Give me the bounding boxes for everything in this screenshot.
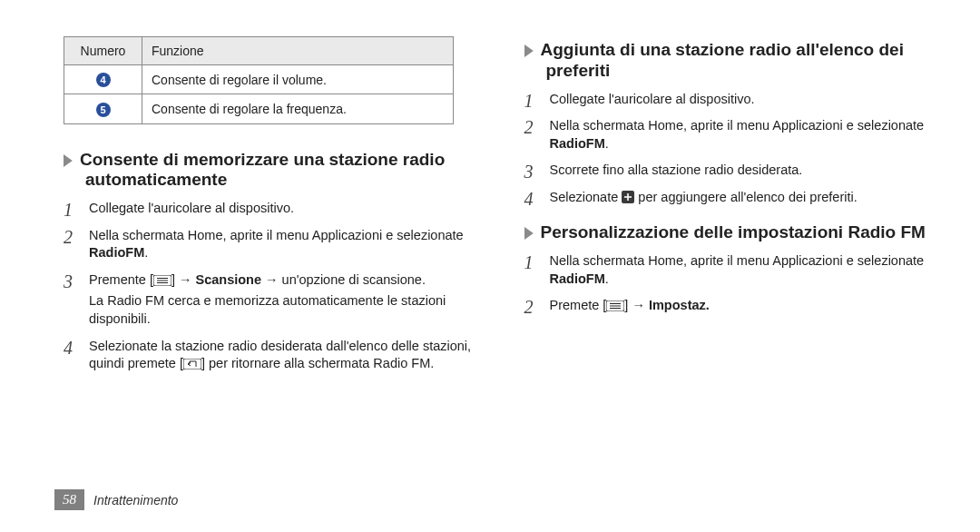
- step-body: Collegate l'auricolare al dispositivo.: [89, 200, 475, 222]
- steps-add-favorite: 1 Collegate l'auricolare al dispositivo.…: [524, 91, 936, 211]
- table-header-row: Numero Funzione: [64, 37, 454, 65]
- steps-customize-fm: 1 Nella schermata Home, aprite il menu A…: [524, 252, 936, 319]
- function-cell: Consente di regolare la frequenza.: [142, 94, 454, 123]
- function-cell: Consente di regolare il volume.: [142, 65, 454, 94]
- chevron-right-icon: [64, 150, 80, 171]
- menu-key-icon: [606, 300, 624, 311]
- right-column: Aggiunta di una stazione radio all'elenc…: [524, 36, 936, 514]
- step-body: Nella schermata Home, aprite il menu App…: [89, 227, 475, 266]
- number-badge-4: 4: [96, 73, 111, 87]
- step-body: Premente [] → Scansione → un'opzione di …: [89, 271, 475, 332]
- table-row: 5 Consente di regolare la frequenza.: [64, 94, 454, 123]
- section-title: Intrattenimento: [93, 493, 178, 507]
- page-footer: 58 Intrattenimento: [54, 489, 178, 510]
- step-number: 2: [524, 297, 541, 319]
- list-item: 2 Nella schermata Home, aprite il menu A…: [64, 227, 475, 266]
- two-column-layout: Numero Funzione 4 Consente di regolare i…: [64, 36, 935, 514]
- step-body: Selezionate la stazione radio desiderata…: [89, 338, 475, 377]
- step-number: 1: [524, 252, 541, 291]
- list-item: 2 Premete [] → Impostaz.: [524, 297, 936, 319]
- list-item: 2 Nella schermata Home, aprite il menu A…: [524, 117, 936, 156]
- list-item: 3 Scorrete fino alla stazione radio desi…: [524, 162, 936, 183]
- svg-marker-6: [524, 44, 534, 57]
- step-number: 2: [64, 227, 80, 266]
- list-item: 1 Nella schermata Home, aprite il menu A…: [524, 252, 936, 291]
- function-table: Numero Funzione 4 Consente di regolare i…: [64, 36, 454, 124]
- page-number: 58: [54, 489, 84, 510]
- chevron-right-icon: [524, 222, 541, 243]
- svg-rect-5: [183, 359, 201, 369]
- step-number: 3: [64, 271, 80, 332]
- list-item: 3 Premente [] → Scansione → un'opzione d…: [64, 271, 475, 332]
- number-badge-5: 5: [96, 103, 111, 117]
- header-funzione: Funzione: [142, 37, 454, 65]
- svg-marker-0: [64, 154, 73, 167]
- step-number: 3: [524, 162, 541, 183]
- step-number: 1: [524, 91, 541, 113]
- heading-auto-store: Consente di memorizzare una stazione rad…: [64, 150, 475, 192]
- heading-add-favorite: Aggiunta di una stazione radio all'elenc…: [524, 40, 936, 82]
- header-numero: Numero: [64, 37, 142, 65]
- menu-key-icon: [153, 275, 172, 286]
- step-number: 1: [64, 200, 80, 222]
- step-number: 4: [524, 189, 541, 211]
- back-key-icon: [183, 359, 201, 369]
- list-item: 4 Selezionate per aggiungere all'elenco …: [524, 189, 936, 211]
- list-item: 1 Collegate l'auricolare al dispositivo.: [64, 200, 475, 222]
- table-row: 4 Consente di regolare il volume.: [64, 65, 454, 94]
- chevron-right-icon: [524, 40, 541, 61]
- manual-page: Numero Funzione 4 Consente di regolare i…: [0, 0, 980, 532]
- list-item: 1 Collegate l'auricolare al dispositivo.: [524, 91, 936, 113]
- left-column: Numero Funzione 4 Consente di regolare i…: [64, 36, 475, 514]
- step-number: 2: [524, 117, 541, 156]
- steps-auto-store: 1 Collegate l'auricolare al dispositivo.…: [64, 200, 475, 377]
- list-item: 4 Selezionate la stazione radio desidera…: [64, 338, 475, 377]
- heading-customize-fm: Personalizzazione delle impostazioni Rad…: [524, 222, 936, 243]
- plus-box-icon: [622, 191, 634, 203]
- svg-marker-10: [524, 227, 534, 240]
- step-number: 4: [64, 338, 80, 377]
